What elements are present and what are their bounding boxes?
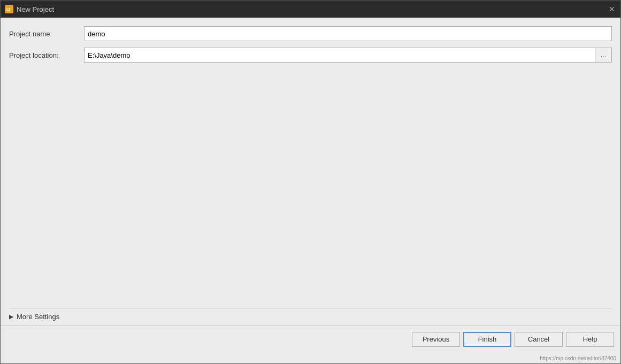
close-button[interactable]: ✕ bbox=[608, 5, 616, 13]
dialog-content: Project name: Project location: ... ▶ Mo… bbox=[1, 18, 620, 325]
new-project-dialog: IJ New Project ✕ Project name: Project l… bbox=[0, 0, 621, 364]
browse-button[interactable]: ... bbox=[595, 48, 612, 63]
more-settings-arrow-icon: ▶ bbox=[9, 313, 13, 320]
watermark-bar: https://mp.csdn.net/editor/87400 bbox=[1, 353, 620, 363]
previous-button[interactable]: Previous bbox=[412, 332, 460, 347]
button-bar: Previous Finish Cancel Help bbox=[1, 325, 620, 353]
project-name-input[interactable] bbox=[84, 26, 612, 41]
project-location-row: Project location: ... bbox=[9, 48, 612, 63]
content-spacer bbox=[9, 69, 612, 308]
title-bar: IJ New Project ✕ bbox=[1, 1, 620, 18]
cancel-button[interactable]: Cancel bbox=[515, 332, 563, 347]
more-settings-label: More Settings bbox=[17, 313, 59, 321]
title-bar-left: IJ New Project bbox=[5, 5, 54, 13]
svg-text:IJ: IJ bbox=[6, 7, 11, 12]
finish-button[interactable]: Finish bbox=[463, 332, 511, 347]
project-location-input[interactable] bbox=[84, 48, 595, 63]
project-location-label: Project location: bbox=[9, 51, 84, 59]
help-button[interactable]: Help bbox=[566, 332, 614, 347]
project-name-row: Project name: bbox=[9, 26, 612, 41]
more-settings-section[interactable]: ▶ More Settings bbox=[9, 308, 612, 325]
window-title: New Project bbox=[17, 5, 54, 13]
project-location-field-group: ... bbox=[84, 48, 612, 63]
project-name-label: Project name: bbox=[9, 30, 84, 38]
app-icon: IJ bbox=[5, 5, 13, 13]
watermark-text: https://mp.csdn.net/editor/87400 bbox=[540, 355, 616, 361]
